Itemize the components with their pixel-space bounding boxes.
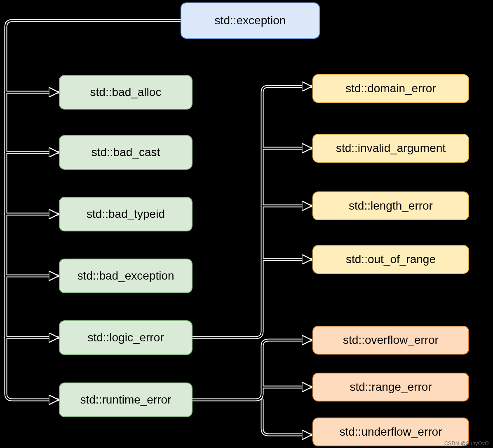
node-label: std::overflow_error: [343, 334, 439, 347]
node-label: std::out_of_range: [346, 253, 436, 266]
node-std-length-error: std::length_error: [312, 191, 469, 220]
node-std-domain-error: std::domain_error: [312, 74, 469, 103]
node-label: std::bad_typeid: [87, 208, 165, 221]
node-std-out-of-range: std::out_of_range: [312, 245, 469, 274]
node-label: std::bad_alloc: [90, 86, 162, 99]
node-label: std::exception: [215, 14, 286, 27]
node-label: std::underflow_error: [339, 425, 442, 439]
node-std-overflow-error: std::overflow_error: [312, 326, 469, 355]
node-label: std::domain_error: [345, 82, 436, 95]
node-std-bad-typeid: std::bad_typeid: [59, 197, 193, 231]
node-label: std::logic_error: [87, 331, 164, 344]
node-label: std::bad_cast: [92, 146, 160, 159]
node-std-bad-exception: std::bad_exception: [59, 259, 193, 293]
node-label: std::range_error: [350, 380, 432, 394]
node-std-bad-alloc: std::bad_alloc: [59, 75, 193, 110]
node-label: std::runtime_error: [80, 393, 171, 406]
node-std-bad-cast: std::bad_cast: [59, 135, 193, 170]
node-std-invalid-argument: std::invalid_argument: [312, 134, 469, 163]
node-std-runtime-error: std::runtime_error: [59, 383, 193, 417]
node-std-exception: std::exception: [181, 2, 320, 39]
node-label: std::bad_exception: [77, 269, 174, 282]
watermark: CSDN @SuhyOvO: [444, 441, 489, 446]
node-label: std::invalid_argument: [336, 142, 446, 155]
diagram-canvas: std::exception std::bad_alloc std::bad_c…: [0, 0, 493, 448]
node-std-logic-error: std::logic_error: [59, 320, 193, 355]
node-label: std::length_error: [349, 199, 433, 212]
node-std-range-error: std::range_error: [312, 373, 469, 401]
